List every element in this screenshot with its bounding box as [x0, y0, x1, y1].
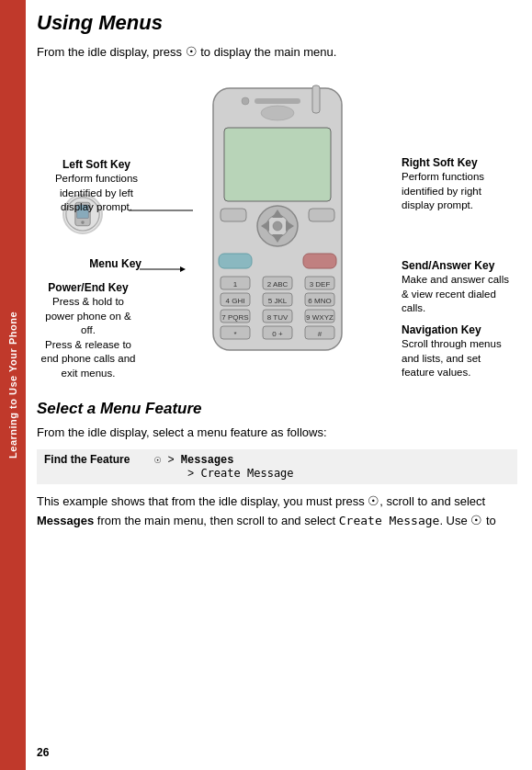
phone-image: 1 2 ABC 3 DEF 4 GHI 5 JKL 6 MNO 7 PQRS 8…: [204, 84, 351, 359]
send-desc: Make and answer calls & view recent dial…: [402, 273, 512, 316]
svg-rect-20: [303, 254, 336, 268]
callout-send-key: Send/Answer Key Make and answer calls & …: [402, 258, 512, 316]
lsk-title: Left Soft Key: [46, 157, 147, 172]
callout-power-key: Power/End Key Press & hold to power phon…: [39, 280, 138, 380]
sidebar-label: Learning to Use Your Phone: [7, 311, 18, 459]
nav-desc: Scroll through menus and lists, and set …: [402, 337, 512, 380]
section-title: Select a Menu Feature: [37, 400, 517, 418]
svg-rect-6: [255, 98, 300, 104]
svg-text:9 WXYZ: 9 WXYZ: [306, 313, 334, 322]
svg-text:6 MNO: 6 MNO: [308, 297, 331, 305]
svg-text:4 GHI: 4 GHI: [225, 297, 244, 305]
main-content: Using Menus From the idle display, press…: [26, 0, 532, 770]
feature-value: ☉ > Messages > Create Message: [154, 453, 294, 481]
svg-marker-47: [180, 266, 186, 272]
svg-rect-5: [312, 85, 320, 113]
svg-text:2 ABC: 2 ABC: [266, 280, 288, 289]
svg-rect-11: [309, 209, 334, 221]
sidebar: Learning to Use Your Phone: [0, 0, 26, 770]
svg-text:8 TUV: 8 TUV: [266, 313, 288, 322]
power-desc2: Press & release to end phone calls and e…: [39, 338, 138, 381]
nav-title: Navigation Key: [402, 323, 512, 337]
power-desc1: Press & hold to power phone on & off.: [39, 295, 138, 338]
power-title: Power/End Key: [39, 280, 138, 295]
svg-text:#: #: [317, 330, 322, 338]
svg-text:3 DEF: 3 DEF: [309, 280, 330, 289]
svg-point-8: [261, 106, 294, 120]
bottom-paragraph: This example shows that from the idle di…: [37, 492, 517, 530]
feature-menu-icon: ☉: [154, 454, 161, 467]
menu-title: Menu Key: [50, 256, 141, 271]
callout-menu-key: Menu Key: [50, 256, 141, 271]
intro-paragraph: From the idle display, press ☉ to displa…: [37, 42, 517, 62]
svg-text:0 +: 0 +: [272, 330, 283, 338]
svg-rect-19: [219, 254, 252, 268]
svg-point-18: [273, 221, 282, 231]
lsk-connector: [129, 201, 202, 220]
callout-left-soft-key: Left Soft Key Perform functions identifi…: [46, 157, 147, 215]
page-title: Using Menus: [37, 11, 517, 35]
phone-diagram: 1 2 ABC 3 DEF 4 GHI 5 JKL 6 MNO 7 PQRS 8…: [37, 74, 517, 387]
send-title: Send/Answer Key: [402, 258, 512, 273]
feature-label: Find the Feature: [44, 453, 154, 466]
menu-connector: [140, 264, 186, 275]
svg-text:5 JKL: 5 JKL: [267, 297, 287, 305]
section-intro: From the idle display, select a menu fea…: [37, 424, 517, 442]
feature-row: Find the Feature ☉ > Messages > Create M…: [37, 449, 517, 484]
rsk-desc: Perform functions identified by right di…: [402, 170, 512, 213]
svg-rect-9: [224, 128, 331, 201]
svg-text:7 PQRS: 7 PQRS: [221, 313, 248, 322]
callout-right-soft-key: Right Soft Key Perform functions identif…: [402, 155, 512, 213]
svg-text:*: *: [233, 330, 236, 338]
svg-text:1: 1: [232, 280, 237, 289]
page-number: 26: [37, 746, 49, 759]
rsk-title: Right Soft Key: [402, 155, 512, 170]
svg-point-3: [81, 221, 85, 224]
callout-nav-key: Navigation Key Scroll through menus and …: [402, 323, 512, 380]
svg-rect-10: [221, 209, 246, 221]
svg-point-7: [242, 97, 249, 105]
